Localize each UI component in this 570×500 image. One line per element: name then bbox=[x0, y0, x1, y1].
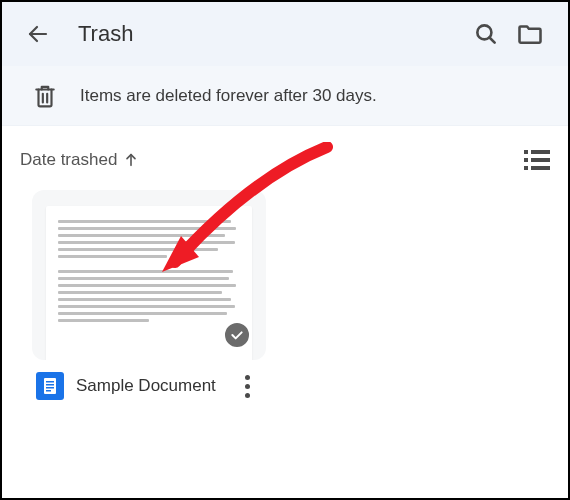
list-view-icon bbox=[524, 150, 550, 170]
info-text: Items are deleted forever after 30 days. bbox=[80, 86, 377, 106]
arrow-up-icon bbox=[123, 152, 139, 168]
list-controls: Date trashed bbox=[2, 126, 568, 180]
svg-rect-14 bbox=[46, 384, 54, 386]
page-title: Trash bbox=[78, 21, 464, 47]
svg-rect-9 bbox=[531, 158, 550, 162]
more-vertical-icon bbox=[245, 375, 250, 380]
offline-badge bbox=[222, 320, 252, 350]
check-circle-icon bbox=[229, 327, 245, 343]
svg-rect-12 bbox=[44, 378, 56, 394]
svg-rect-10 bbox=[524, 166, 528, 170]
trash-icon bbox=[32, 83, 58, 109]
svg-rect-8 bbox=[524, 158, 528, 162]
app-header: Trash bbox=[2, 2, 568, 66]
svg-rect-7 bbox=[531, 150, 550, 154]
file-footer: Sample Document bbox=[32, 360, 266, 400]
svg-rect-13 bbox=[46, 381, 54, 383]
document-preview bbox=[46, 206, 252, 360]
svg-rect-15 bbox=[46, 387, 54, 389]
back-button[interactable] bbox=[18, 22, 58, 46]
folder-icon bbox=[516, 20, 544, 48]
file-grid: Sample Document bbox=[2, 180, 568, 410]
file-name: Sample Document bbox=[76, 376, 220, 396]
file-thumbnail[interactable] bbox=[32, 190, 266, 360]
search-icon bbox=[473, 21, 499, 47]
more-options-button[interactable] bbox=[232, 375, 262, 398]
file-item: Sample Document bbox=[32, 190, 266, 400]
svg-rect-16 bbox=[46, 390, 51, 392]
view-toggle-button[interactable] bbox=[524, 150, 550, 170]
info-banner: Items are deleted forever after 30 days. bbox=[2, 66, 568, 126]
svg-rect-11 bbox=[531, 166, 550, 170]
svg-line-2 bbox=[489, 37, 494, 42]
google-docs-icon bbox=[36, 372, 64, 400]
arrow-left-icon bbox=[26, 22, 50, 46]
svg-rect-6 bbox=[524, 150, 528, 154]
folder-button[interactable] bbox=[508, 20, 552, 48]
search-button[interactable] bbox=[464, 21, 508, 47]
sort-label: Date trashed bbox=[20, 150, 117, 170]
sort-button[interactable]: Date trashed bbox=[20, 150, 139, 170]
